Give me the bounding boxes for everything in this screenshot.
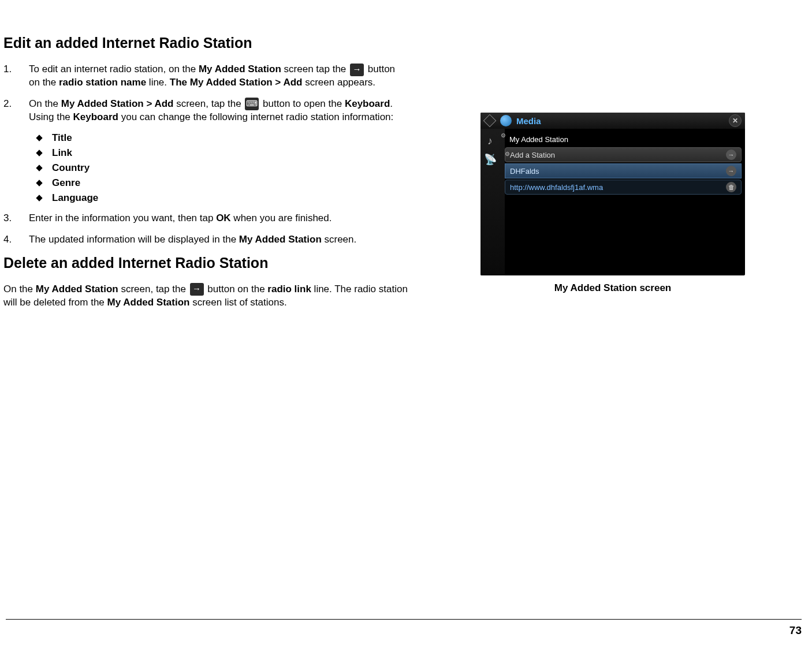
right-column: Media ✕ ♪⚙ 📡⚙ My Added Station Add a Sta… [419, 29, 806, 318]
row-label: Add a Station [510, 151, 555, 159]
text: Enter in the information you want, then … [29, 212, 216, 223]
bold-text: My Added Station [239, 234, 322, 245]
field-item: Title [37, 132, 408, 144]
step-4: 4. The updated information will be displ… [3, 233, 408, 247]
step-number: 3. [3, 212, 29, 225]
screenshot-main: My Added Station Add a Station→ DHFalds→… [505, 129, 745, 275]
field-label: Language [52, 192, 98, 204]
row-label: DHFalds [510, 167, 539, 176]
screenshot-sidebar: ♪⚙ 📡⚙ [481, 129, 505, 275]
field-item: Genre [37, 177, 408, 189]
bold-text: radio link [267, 284, 311, 294]
bullet-diamond-icon [36, 180, 42, 186]
screenshot-caption: My Added Station screen [419, 282, 806, 294]
text: screen list of stations. [189, 297, 286, 308]
footer-rule [6, 619, 802, 620]
device-screenshot: Media ✕ ♪⚙ 📡⚙ My Added Station Add a Sta… [481, 113, 745, 275]
bullet-diamond-icon [36, 165, 42, 171]
bullet-diamond-icon [36, 150, 42, 156]
bold-text: My Added Station [199, 64, 281, 74]
arrow-right-icon [350, 64, 364, 76]
step-body: The updated information will be displaye… [29, 233, 408, 247]
step-number: 2. [3, 98, 29, 124]
text: screen tap the [281, 64, 349, 74]
bold-text: Keyboard [345, 98, 390, 109]
keyboard-icon [245, 98, 259, 110]
row-label: http://www.dhfaldsfj1af.wma [510, 183, 603, 192]
field-item: Country [37, 162, 408, 174]
station-row[interactable]: DHFalds→ [505, 163, 742, 178]
field-item: Link [37, 147, 408, 159]
bold-text: My Added Station > Add [61, 98, 174, 109]
arrow-right-icon[interactable]: → [726, 150, 736, 160]
left-column: Edit an added Internet Radio Station 1. … [3, 29, 419, 318]
text: screen. [322, 234, 356, 245]
field-label: Link [52, 147, 72, 159]
list-header: My Added Station [505, 132, 742, 146]
radio-settings-icon[interactable]: 📡⚙ [484, 151, 501, 168]
list-header-text: My Added Station [509, 135, 568, 144]
text: To edit an internet radio station, on th… [29, 64, 199, 74]
bold-text: radio station name [59, 77, 146, 88]
field-label: Title [52, 132, 72, 144]
text: screen, tap the [173, 98, 244, 109]
section-heading-edit: Edit an added Internet Radio Station [3, 35, 408, 51]
text: line. [146, 77, 170, 88]
bold-text: The My Added Station > Add [170, 77, 303, 88]
bullet-diamond-icon [36, 135, 42, 141]
screenshot-titlebar: Media ✕ [481, 113, 745, 129]
text: The updated information will be displaye… [29, 234, 239, 245]
text: On the [3, 284, 36, 294]
bold-text: Keyboard [73, 111, 118, 122]
text: you can change the following internet ra… [118, 111, 393, 122]
field-label: Country [52, 162, 90, 174]
text: when you are finished. [231, 212, 332, 223]
bold-text: OK [216, 212, 231, 223]
media-disc-icon [500, 115, 512, 126]
page-number: 73 [789, 624, 802, 637]
step-1: 1. To edit an internet radio station, on… [3, 63, 408, 90]
close-icon[interactable]: ✕ [729, 114, 742, 127]
step-3: 3. Enter in the information you want, th… [3, 212, 408, 225]
field-label: Genre [52, 177, 80, 189]
section-heading-delete: Delete an added Internet Radio Station [3, 255, 408, 271]
step-body: Enter in the information you want, then … [29, 212, 408, 225]
arrow-right-icon [190, 283, 204, 296]
delete-paragraph: On the My Added Station screen, tap the … [3, 283, 408, 310]
music-settings-icon[interactable]: ♪⚙ [484, 132, 501, 150]
text: On the [29, 98, 61, 109]
bold-text: My Added Station [107, 297, 190, 308]
add-station-row[interactable]: Add a Station→ [505, 147, 742, 162]
bold-text: My Added Station [36, 284, 118, 294]
step-body: On the My Added Station > Add screen, ta… [29, 98, 408, 124]
step-number: 1. [3, 63, 29, 90]
station-link-row[interactable]: http://www.dhfaldsfj1af.wma🗑 [505, 180, 742, 195]
field-item: Language [37, 192, 408, 204]
text: screen, tap the [118, 284, 189, 294]
nav-diamond-icon[interactable] [483, 114, 497, 128]
arrow-right-icon[interactable]: → [726, 166, 736, 176]
text: button on the [205, 284, 268, 294]
text: screen appears. [302, 77, 375, 88]
step-body: To edit an internet radio station, on th… [29, 63, 408, 90]
screenshot-title: Media [516, 116, 541, 126]
bullet-diamond-icon [36, 195, 42, 201]
step-2: 2. On the My Added Station > Add screen,… [3, 98, 408, 124]
field-list: Title Link Country Genre Language [37, 132, 408, 204]
delete-icon[interactable]: 🗑 [726, 182, 736, 192]
step-number: 4. [3, 233, 29, 247]
text: button to open the [260, 98, 345, 109]
